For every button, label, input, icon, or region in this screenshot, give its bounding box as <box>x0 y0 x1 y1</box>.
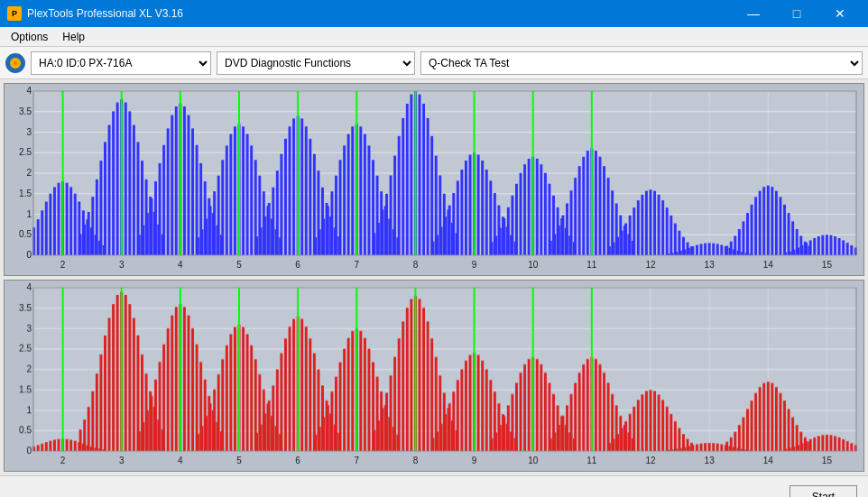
svg-point-1 <box>14 61 17 65</box>
drive-icon <box>5 53 25 73</box>
window-controls: — □ ✕ <box>733 0 861 27</box>
bottom-chart-canvas <box>5 281 863 472</box>
menu-bar: Options Help <box>0 27 868 47</box>
main-content <box>0 79 868 475</box>
top-chart <box>4 83 864 276</box>
minimize-button[interactable]: — <box>733 0 774 27</box>
bottom-panel: Jitter: 3 Peak Shift: 5 TA Quality Indic… <box>0 475 868 497</box>
menu-help[interactable]: Help <box>55 29 92 45</box>
drive-select[interactable]: HA:0 ID:0 PX-716A <box>31 51 211 75</box>
app-icon: P <box>7 6 22 21</box>
title-bar: P PlexTools Professional XL V3.16 — □ ✕ <box>0 0 868 27</box>
test-select[interactable]: Q-Check TA Test <box>420 51 863 75</box>
function-select[interactable]: DVD Diagnostic Functions <box>217 51 415 75</box>
menu-options[interactable]: Options <box>4 29 55 45</box>
start-section: Start i <box>790 482 857 497</box>
top-chart-canvas <box>5 84 863 275</box>
app-title: PlexTools Professional XL V3.16 <box>27 7 183 20</box>
close-button[interactable]: ✕ <box>819 0 861 27</box>
bottom-chart <box>4 280 864 473</box>
toolbar: HA:0 ID:0 PX-716A DVD Diagnostic Functio… <box>0 47 868 79</box>
maximize-button[interactable]: □ <box>776 0 817 27</box>
start-button[interactable]: Start <box>790 485 857 497</box>
